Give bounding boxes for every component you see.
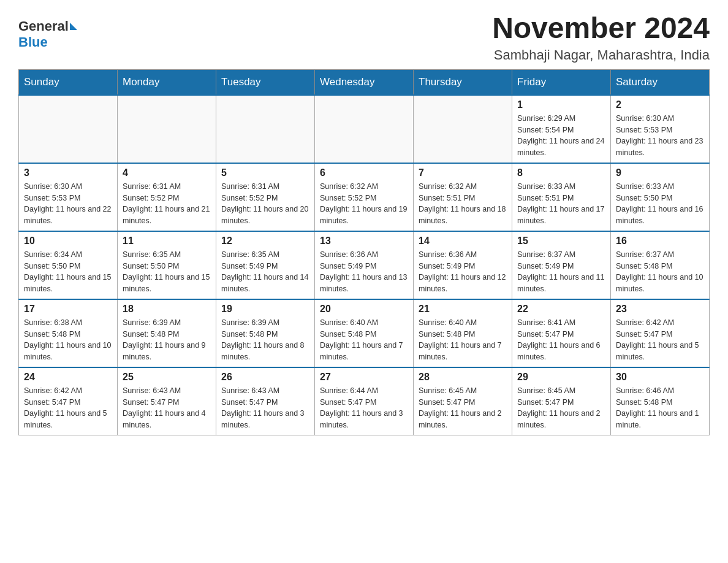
title-section: November 2024 Sambhaji Nagar, Maharashtr…: [492, 12, 710, 63]
day-info: Sunrise: 6:31 AMSunset: 5:52 PMDaylight:…: [123, 181, 211, 227]
calendar-cell: 11Sunrise: 6:35 AMSunset: 5:50 PMDayligh…: [118, 231, 216, 299]
day-number: 24: [24, 372, 112, 383]
day-number: 22: [517, 304, 605, 315]
calendar-cell: 18Sunrise: 6:39 AMSunset: 5:48 PMDayligh…: [118, 299, 216, 367]
day-number: 15: [517, 236, 605, 247]
day-number: 10: [24, 236, 112, 247]
day-number: 6: [320, 167, 408, 178]
day-info: Sunrise: 6:31 AMSunset: 5:52 PMDaylight:…: [221, 181, 309, 227]
day-info: Sunrise: 6:43 AMSunset: 5:47 PMDaylight:…: [221, 385, 309, 431]
day-info: Sunrise: 6:36 AMSunset: 5:49 PMDaylight:…: [419, 249, 507, 295]
calendar-day-header: Monday: [118, 69, 216, 95]
day-info: Sunrise: 6:45 AMSunset: 5:47 PMDaylight:…: [419, 385, 507, 431]
calendar-cell: 19Sunrise: 6:39 AMSunset: 5:48 PMDayligh…: [216, 299, 315, 367]
day-number: 14: [419, 236, 507, 247]
calendar-cell: 7Sunrise: 6:32 AMSunset: 5:51 PMDaylight…: [414, 163, 512, 231]
calendar-cell: 24Sunrise: 6:42 AMSunset: 5:47 PMDayligh…: [19, 367, 118, 435]
day-info: Sunrise: 6:40 AMSunset: 5:48 PMDaylight:…: [419, 317, 507, 363]
day-number: 8: [517, 167, 605, 178]
day-info: Sunrise: 6:34 AMSunset: 5:50 PMDaylight:…: [24, 249, 112, 295]
calendar-cell: 5Sunrise: 6:31 AMSunset: 5:52 PMDaylight…: [216, 163, 315, 231]
day-info: Sunrise: 6:42 AMSunset: 5:47 PMDaylight:…: [24, 385, 112, 431]
day-info: Sunrise: 6:35 AMSunset: 5:49 PMDaylight:…: [221, 249, 309, 295]
calendar-cell: [315, 95, 414, 163]
day-number: 20: [320, 304, 408, 315]
calendar-day-header: Wednesday: [315, 69, 414, 95]
day-number: 30: [616, 372, 704, 383]
day-info: Sunrise: 6:46 AMSunset: 5:48 PMDaylight:…: [616, 385, 704, 431]
day-number: 29: [517, 372, 605, 383]
calendar-week-row: 10Sunrise: 6:34 AMSunset: 5:50 PMDayligh…: [19, 231, 710, 299]
calendar-cell: 27Sunrise: 6:44 AMSunset: 5:47 PMDayligh…: [315, 367, 414, 435]
day-info: Sunrise: 6:44 AMSunset: 5:47 PMDaylight:…: [320, 385, 408, 431]
day-info: Sunrise: 6:35 AMSunset: 5:50 PMDaylight:…: [123, 249, 211, 295]
calendar-week-row: 17Sunrise: 6:38 AMSunset: 5:48 PMDayligh…: [19, 299, 710, 367]
calendar-day-header: Saturday: [611, 69, 710, 95]
location-title: Sambhaji Nagar, Maharashtra, India: [492, 47, 710, 63]
calendar-cell: 30Sunrise: 6:46 AMSunset: 5:48 PMDayligh…: [611, 367, 710, 435]
logo-triangle-icon: [70, 23, 77, 30]
calendar-cell: 23Sunrise: 6:42 AMSunset: 5:47 PMDayligh…: [611, 299, 710, 367]
day-number: 18: [123, 304, 211, 315]
day-number: 11: [123, 236, 211, 247]
day-info: Sunrise: 6:29 AMSunset: 5:54 PMDaylight:…: [517, 113, 605, 159]
day-number: 9: [616, 167, 704, 178]
calendar-cell: [216, 95, 315, 163]
day-number: 13: [320, 236, 408, 247]
calendar-cell: 26Sunrise: 6:43 AMSunset: 5:47 PMDayligh…: [216, 367, 315, 435]
calendar-cell: 6Sunrise: 6:32 AMSunset: 5:52 PMDaylight…: [315, 163, 414, 231]
day-info: Sunrise: 6:42 AMSunset: 5:47 PMDaylight:…: [616, 317, 704, 363]
calendar-cell: 15Sunrise: 6:37 AMSunset: 5:49 PMDayligh…: [512, 231, 611, 299]
calendar-day-header: Sunday: [19, 69, 118, 95]
day-number: 25: [123, 372, 211, 383]
calendar-cell: 1Sunrise: 6:29 AMSunset: 5:54 PMDaylight…: [512, 95, 611, 163]
day-info: Sunrise: 6:38 AMSunset: 5:48 PMDaylight:…: [24, 317, 112, 363]
day-number: 28: [419, 372, 507, 383]
calendar-day-header: Friday: [512, 69, 611, 95]
calendar-cell: 20Sunrise: 6:40 AMSunset: 5:48 PMDayligh…: [315, 299, 414, 367]
calendar-week-row: 24Sunrise: 6:42 AMSunset: 5:47 PMDayligh…: [19, 367, 710, 435]
calendar-cell: 3Sunrise: 6:30 AMSunset: 5:53 PMDaylight…: [19, 163, 118, 231]
calendar-header-row: SundayMondayTuesdayWednesdayThursdayFrid…: [19, 69, 710, 95]
day-number: 17: [24, 304, 112, 315]
calendar-cell: 16Sunrise: 6:37 AMSunset: 5:48 PMDayligh…: [611, 231, 710, 299]
day-number: 23: [616, 304, 704, 315]
page-header: General Blue November 2024 Sambhaji Naga…: [18, 12, 710, 63]
calendar-cell: 28Sunrise: 6:45 AMSunset: 5:47 PMDayligh…: [414, 367, 512, 435]
calendar-table: SundayMondayTuesdayWednesdayThursdayFrid…: [18, 69, 710, 435]
day-number: 16: [616, 236, 704, 247]
day-info: Sunrise: 6:30 AMSunset: 5:53 PMDaylight:…: [616, 113, 704, 159]
day-number: 21: [419, 304, 507, 315]
day-info: Sunrise: 6:36 AMSunset: 5:49 PMDaylight:…: [320, 249, 408, 295]
calendar-cell: 14Sunrise: 6:36 AMSunset: 5:49 PMDayligh…: [414, 231, 512, 299]
day-number: 19: [221, 304, 309, 315]
calendar-cell: [414, 95, 512, 163]
calendar-cell: [19, 95, 118, 163]
calendar-cell: 10Sunrise: 6:34 AMSunset: 5:50 PMDayligh…: [19, 231, 118, 299]
calendar-cell: 8Sunrise: 6:33 AMSunset: 5:51 PMDaylight…: [512, 163, 611, 231]
day-info: Sunrise: 6:39 AMSunset: 5:48 PMDaylight:…: [221, 317, 309, 363]
calendar-cell: 29Sunrise: 6:45 AMSunset: 5:47 PMDayligh…: [512, 367, 611, 435]
day-info: Sunrise: 6:40 AMSunset: 5:48 PMDaylight:…: [320, 317, 408, 363]
day-number: 3: [24, 167, 112, 178]
calendar-cell: 17Sunrise: 6:38 AMSunset: 5:48 PMDayligh…: [19, 299, 118, 367]
day-number: 7: [419, 167, 507, 178]
calendar-cell: 2Sunrise: 6:30 AMSunset: 5:53 PMDaylight…: [611, 95, 710, 163]
day-number: 1: [517, 99, 605, 110]
logo-blue-text: Blue: [18, 34, 48, 50]
month-title: November 2024: [492, 12, 710, 45]
day-info: Sunrise: 6:32 AMSunset: 5:52 PMDaylight:…: [320, 181, 408, 227]
day-info: Sunrise: 6:33 AMSunset: 5:51 PMDaylight:…: [517, 181, 605, 227]
day-number: 5: [221, 167, 309, 178]
day-number: 2: [616, 99, 704, 110]
day-info: Sunrise: 6:43 AMSunset: 5:47 PMDaylight:…: [123, 385, 211, 431]
calendar-cell: 13Sunrise: 6:36 AMSunset: 5:49 PMDayligh…: [315, 231, 414, 299]
day-info: Sunrise: 6:33 AMSunset: 5:50 PMDaylight:…: [616, 181, 704, 227]
day-number: 27: [320, 372, 408, 383]
calendar-cell: 22Sunrise: 6:41 AMSunset: 5:47 PMDayligh…: [512, 299, 611, 367]
calendar-cell: 21Sunrise: 6:40 AMSunset: 5:48 PMDayligh…: [414, 299, 512, 367]
logo: General Blue: [18, 18, 77, 50]
calendar-cell: 12Sunrise: 6:35 AMSunset: 5:49 PMDayligh…: [216, 231, 315, 299]
day-number: 26: [221, 372, 309, 383]
calendar-week-row: 1Sunrise: 6:29 AMSunset: 5:54 PMDaylight…: [19, 95, 710, 163]
